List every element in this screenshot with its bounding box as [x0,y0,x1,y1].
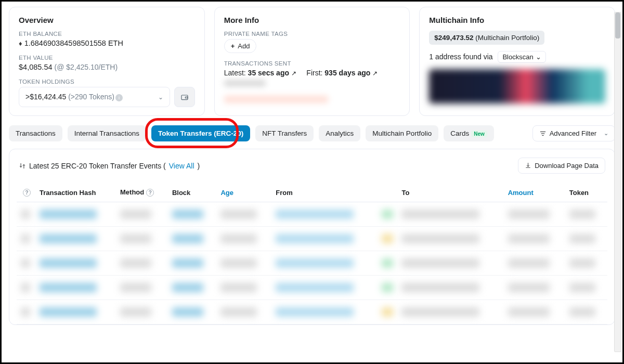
blurred-content [224,96,328,103]
tx-sent-label: TRANSACTIONS SENT [224,60,400,67]
holdings-dropdown-text: >$16,424.45 (>290 Tokens)i [25,93,123,101]
table-row [17,202,607,227]
tab-token-transfers[interactable]: Token Transfers (ERC-20) [151,125,250,141]
tab-multichain-portfolio[interactable]: Multichain Portfolio [366,125,438,141]
multichain-card: Multichain Info $249,473.52 (Multichain … [419,7,615,116]
wallet-icon [180,93,189,101]
transfers-table: ? Transaction Hash Method? Block Age Fro… [17,183,607,324]
arrow-out-icon[interactable]: ↗ [291,70,296,77]
col-token: Token [565,183,607,202]
tab-nft-transfers[interactable]: NFT Transfers [255,125,314,141]
tab-internal-transactions[interactable]: Internal Transactions [68,125,146,141]
wallet-button[interactable] [174,87,195,107]
section-summary: Latest 25 ERC-20 Token Transfer Events (… [19,162,200,170]
blurred-content [224,80,266,86]
col-to: To [397,183,503,202]
tab-transactions[interactable]: Transactions [9,125,62,141]
filter-icon [539,130,547,137]
chevron-down-icon: ⌄ [158,94,163,101]
advanced-filter-button[interactable]: Advanced Filter ⌄ [532,125,615,141]
table-row [17,227,607,251]
col-hash: Transaction Hash [35,183,116,202]
multichain-title: Multichain Info [429,16,605,24]
ethereum-icon [19,39,24,47]
table-row [17,276,607,300]
arrow-out-icon[interactable]: ↗ [372,70,378,77]
multichain-found-text: 1 address found via Blockscan ⌄ [429,51,605,63]
col-method: Method? [116,183,168,202]
moreinfo-title: More Info [224,16,400,24]
table-row [17,251,607,276]
plus-icon: + [231,42,235,50]
chevron-down-icon: ⌄ [600,130,608,137]
help-icon[interactable]: ? [146,189,154,197]
eth-value-label: ETH VALUE [19,55,195,61]
tab-analytics[interactable]: Analytics [319,125,360,141]
scrollbar[interactable] [614,12,621,352]
col-block: Block [168,183,217,202]
multichain-portfolio-badge[interactable]: $249,473.52 (Multichain Portfolio) [429,31,544,45]
col-amount[interactable]: Amount [504,183,565,202]
col-age[interactable]: Age [216,183,271,202]
ad-banner[interactable] [429,69,605,103]
svg-rect-0 [181,95,188,100]
token-holdings-dropdown[interactable]: >$16,424.45 (>290 Tokens)i ⌄ [19,87,170,107]
overview-title: Overview [19,16,195,24]
eth-balance-value: 1.684690384598501558 ETH [19,39,195,47]
col-from: From [271,183,378,202]
sort-icon[interactable] [19,162,26,170]
svg-rect-1 [185,97,188,98]
tabs: Transactions Internal Transactions Token… [9,125,494,141]
private-tags-label: PRIVATE NAME TAGS [224,31,400,37]
holdings-label: TOKEN HOLDINGS [19,79,195,85]
help-icon[interactable]: ? [23,189,31,197]
new-badge: New [471,131,487,137]
eth-value: $4,085.54 (@ $2,425.10/ETH) [19,63,195,71]
table-row [17,300,607,324]
tab-cards[interactable]: CardsNew [444,125,494,141]
download-icon [525,162,531,169]
download-page-data-button[interactable]: Download Page Data [518,158,605,174]
tx-sent-line: Latest: 35 secs ago ↗ First: 935 days ag… [224,69,400,77]
moreinfo-card: More Info PRIVATE NAME TAGS +Add TRANSAC… [214,7,410,116]
eth-balance-label: ETH BALANCE [19,31,195,37]
blockscan-dropdown[interactable]: Blockscan ⌄ [498,51,545,63]
info-badge-icon: i [115,94,123,101]
scrollbar-thumb[interactable] [615,12,620,38]
view-all-link[interactable]: View All [169,162,194,170]
overview-card: Overview ETH BALANCE 1.68469038459850155… [9,7,205,116]
add-tag-button[interactable]: +Add [224,39,257,53]
transfers-section: Latest 25 ERC-20 Token Transfer Events (… [9,149,615,325]
chevron-down-icon: ⌄ [536,53,541,61]
